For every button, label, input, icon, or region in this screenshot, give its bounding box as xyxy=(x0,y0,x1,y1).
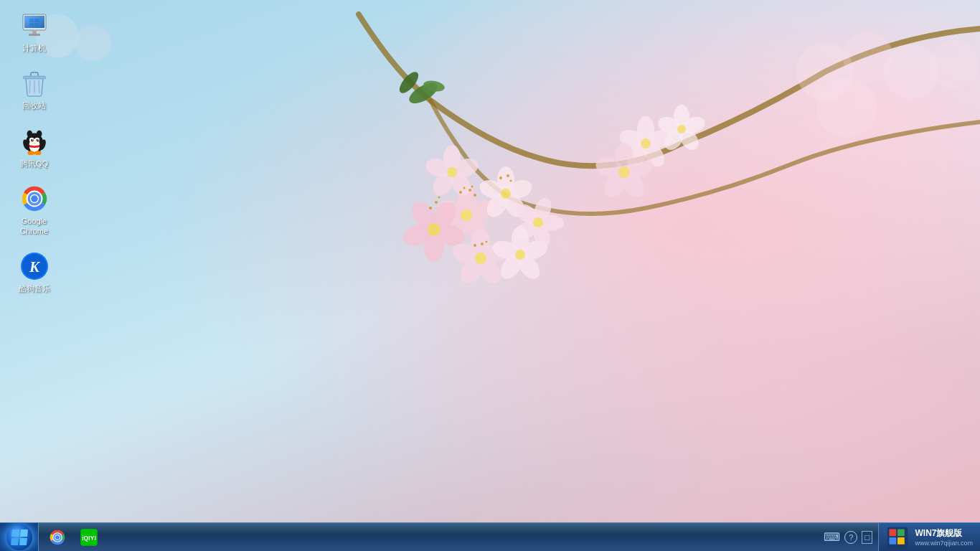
svg-rect-122 xyxy=(890,529,897,536)
desktop-wallpaper xyxy=(0,0,980,551)
svg-rect-125 xyxy=(897,537,905,545)
desktop-icon-qq[interactable]: 腾讯QQ xyxy=(7,123,61,173)
svg-point-118 xyxy=(55,535,60,540)
start-button[interactable] xyxy=(0,523,39,552)
kuwo-icon: K xyxy=(20,252,49,281)
help-tray-icon[interactable]: ? xyxy=(844,531,857,544)
start-orb xyxy=(6,524,32,550)
qq-icon xyxy=(20,127,49,156)
show-desktop-icon[interactable]: □ xyxy=(862,531,872,544)
chrome-icon xyxy=(20,184,49,213)
svg-point-103 xyxy=(36,130,42,137)
svg-rect-88 xyxy=(29,34,40,36)
desktop-icon-recycle-bin[interactable]: 回收站 xyxy=(7,65,61,115)
win7-url: www.win7qijian.com xyxy=(915,540,973,547)
svg-rect-123 xyxy=(897,529,905,536)
svg-point-102 xyxy=(27,130,32,137)
kuwo-icon-label: 酷狗音乐 xyxy=(19,283,50,293)
svg-rect-124 xyxy=(890,537,897,545)
win7-flag-icon xyxy=(886,526,909,549)
taskbar-chrome-button[interactable] xyxy=(43,524,72,550)
tray-icons-container: ⌨ ? □ xyxy=(818,530,878,544)
desktop-icon-kuwo[interactable]: K 酷狗音乐 xyxy=(7,248,61,298)
system-tray: ⌨ ? □ WIN7旗舰版 www.win7qijian.com xyxy=(818,523,980,551)
recycle-bin-icon xyxy=(20,69,49,98)
svg-text:K: K xyxy=(29,258,41,276)
taskbar-pinned-items: iQIYI xyxy=(39,523,108,551)
svg-rect-87 xyxy=(32,30,37,34)
win7-title: WIN7旗舰版 xyxy=(915,527,973,540)
svg-text:iQIYI: iQIYI xyxy=(82,534,96,542)
win7-text-block: WIN7旗舰版 www.win7qijian.com xyxy=(915,527,973,547)
windows-logo-icon xyxy=(11,529,28,545)
svg-rect-90 xyxy=(34,19,39,22)
win7-badge: WIN7旗舰版 www.win7qijian.com xyxy=(878,523,980,552)
svg-point-106 xyxy=(27,151,34,155)
computer-icon xyxy=(20,11,49,40)
taskbar-iqiyi-button[interactable]: iQIYI xyxy=(75,524,103,550)
svg-rect-93 xyxy=(23,76,46,79)
svg-rect-89 xyxy=(29,19,34,22)
desktop-icon-chrome[interactable]: Google Chrome xyxy=(7,180,61,241)
chrome-icon-label: Google Chrome xyxy=(10,216,58,237)
svg-rect-91 xyxy=(29,23,34,27)
desktop-icon-computer[interactable]: 计算机 xyxy=(7,7,61,57)
keyboard-tray-icon[interactable]: ⌨ xyxy=(824,530,840,544)
svg-rect-92 xyxy=(34,23,39,27)
desktop-icons-container: 计算机 回收站 xyxy=(7,7,61,298)
taskbar: iQIYI ⌨ ? □ WIN7旗舰版 www.win7qijian.co xyxy=(0,522,980,551)
computer-icon-label: 计算机 xyxy=(22,43,46,53)
recycle-bin-icon-label: 回收站 xyxy=(22,100,46,110)
svg-point-111 xyxy=(31,195,38,202)
svg-point-107 xyxy=(34,151,42,155)
svg-point-101 xyxy=(37,139,39,141)
svg-point-100 xyxy=(32,139,33,141)
qq-icon-label: 腾讯QQ xyxy=(20,159,48,169)
